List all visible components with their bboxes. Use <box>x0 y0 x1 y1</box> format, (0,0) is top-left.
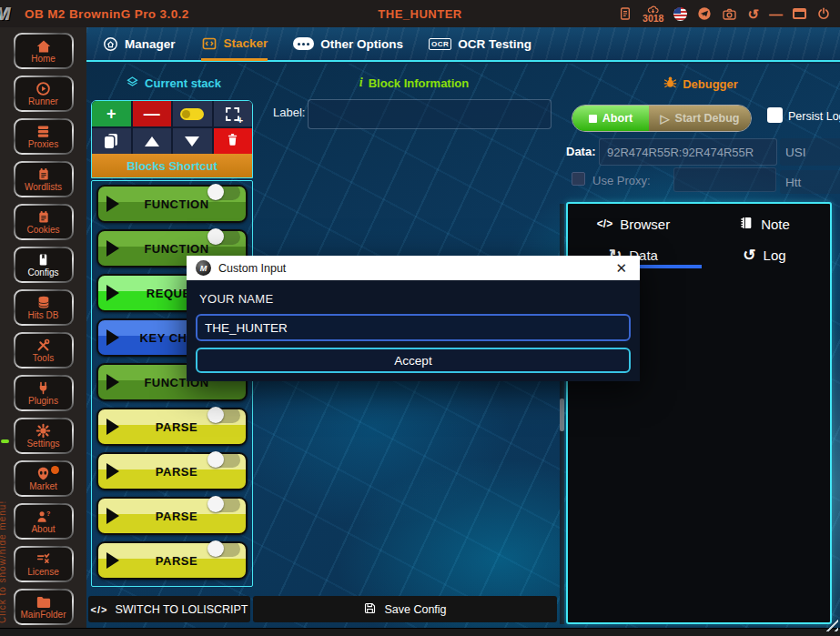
clone-block-button[interactable] <box>92 128 131 154</box>
notebook-icon <box>739 216 754 233</box>
accept-button[interactable]: Accept <box>196 348 631 373</box>
document-icon[interactable] <box>618 6 633 21</box>
downloads-count: 3018 <box>643 14 663 24</box>
delete-block-button[interactable] <box>214 128 253 154</box>
dialog-logo: M <box>196 260 211 276</box>
block-toggle[interactable] <box>208 452 240 468</box>
sidebar-item-settings[interactable]: Settings <box>14 418 74 454</box>
move-up-button[interactable] <box>133 128 172 154</box>
bottom-buttons: </> SWITCH TO LOLISCRIPT Save Config <box>88 596 557 622</box>
sidebar-item-proxies[interactable]: Proxies <box>14 118 74 155</box>
abort-button[interactable]: Abort <box>572 106 649 131</box>
home-icon <box>35 38 52 54</box>
window-bottom-edge <box>0 628 840 636</box>
block-parse[interactable]: PARSE <box>96 497 248 535</box>
sidebar-item-runner[interactable]: Runner <box>14 76 74 112</box>
block-toggle[interactable] <box>208 229 240 245</box>
active-tab-underline <box>640 265 702 268</box>
save-config-button[interactable]: Save Config <box>253 596 557 622</box>
proxy-type-select[interactable]: Htt <box>780 170 840 194</box>
alien-icon <box>35 466 51 481</box>
block-label-caption: Label: <box>273 106 305 119</box>
dialog-titlebar: M Custom Input ✕ <box>187 256 640 280</box>
current-stack-header: Current stack <box>94 76 253 91</box>
select-icon: + <box>226 107 239 121</box>
bug-icon <box>663 76 677 92</box>
use-proxy-checkbox[interactable] <box>572 172 585 186</box>
wordlist-type-select[interactable]: USI <box>780 138 840 166</box>
play-icon <box>106 463 119 480</box>
sidebar-item-cookies[interactable]: Cookies <box>14 204 74 240</box>
sidebar-item-hitsdb[interactable]: Hits DB <box>14 289 74 326</box>
start-debug-button[interactable]: ▷ Start Debug <box>649 106 751 131</box>
persist-log-checkbox[interactable] <box>767 107 783 123</box>
tab-browser[interactable]: </> Browser <box>568 208 699 239</box>
arrow-down-icon <box>185 136 199 146</box>
journal-icon <box>36 209 51 225</box>
telegram-icon[interactable] <box>697 6 712 21</box>
tabbar: Manager Stacker Other Options OCR OCR Te… <box>86 27 840 62</box>
dialog-name-input[interactable] <box>196 314 631 341</box>
maximize-icon[interactable] <box>793 8 806 19</box>
code-icon: </> <box>91 604 108 615</box>
sidebar-item-license[interactable]: License <box>14 546 74 582</box>
move-down-button[interactable] <box>173 128 212 154</box>
toggle-block-button[interactable] <box>173 101 212 126</box>
play-circle-icon <box>35 81 51 96</box>
block-parse[interactable]: PARSE <box>96 541 248 580</box>
proxy-input[interactable] <box>673 167 776 192</box>
close-icon[interactable]: ✕ <box>612 259 631 277</box>
tab-log[interactable]: ↺ Log <box>699 239 830 270</box>
edge-indicator <box>1 439 9 443</box>
power-icon[interactable] <box>816 6 831 21</box>
scrollbar-thumb[interactable] <box>560 399 564 431</box>
data-input[interactable] <box>599 138 777 166</box>
persist-log-label: Persist Log <box>788 110 840 123</box>
history-icon[interactable]: ↺ <box>747 7 759 21</box>
language-flag-icon[interactable] <box>673 7 687 21</box>
block-function[interactable]: FUNCTION <box>96 185 248 223</box>
block-toggle[interactable] <box>208 408 240 423</box>
select-blocks-button[interactable]: + <box>214 101 253 126</box>
titlebar: M OB M2 BrowninG Pro 3.0.2 THE_HUNTER 30… <box>0 0 840 27</box>
block-toggle[interactable] <box>208 541 240 557</box>
dialog-body: YOUR NAME Accept <box>187 280 640 381</box>
blocks-shortcut-bar[interactable]: Blocks Shortcut <box>92 154 252 177</box>
tab-stacker[interactable]: Stacker <box>201 28 268 61</box>
code-box-icon <box>201 36 218 51</box>
sidebar-item-home[interactable]: Home <box>14 33 74 69</box>
checklist-icon <box>35 551 51 567</box>
custom-input-dialog: M Custom Input ✕ YOUR NAME Accept <box>187 256 640 381</box>
play-icon <box>106 240 119 257</box>
downloads-counter[interactable]: 3018 <box>643 5 663 24</box>
database-icon <box>36 295 51 310</box>
remove-block-button[interactable]: — <box>133 101 172 126</box>
tab-manager[interactable]: Manager <box>103 27 176 60</box>
user-title: THE_HUNTER <box>378 7 461 21</box>
tab-note[interactable]: Note <box>699 208 830 239</box>
edge-note[interactable]: Click to show/hide menu! <box>0 378 7 623</box>
sidebar-item-plugins[interactable]: Plugins <box>14 375 74 411</box>
app-logo: M <box>0 4 14 25</box>
trash-icon <box>226 132 239 151</box>
block-label-input[interactable] <box>308 99 552 129</box>
screenshot-icon[interactable] <box>722 7 737 21</box>
sidebar-item-tools[interactable]: Tools <box>14 332 74 368</box>
sidebar-item-wordlists[interactable]: Wordlists <box>14 161 74 197</box>
sidebar-item-market[interactable]: Market <box>14 460 74 497</box>
sidebar-item-about[interactable]: ? About <box>14 503 74 540</box>
server-icon <box>35 124 51 139</box>
tab-ocr-testing[interactable]: OCR OCR Testing <box>429 27 531 60</box>
block-toggle[interactable] <box>208 497 240 512</box>
block-toggle[interactable] <box>208 185 240 200</box>
add-block-button[interactable]: + <box>92 101 131 126</box>
switch-to-loliscript-button[interactable]: </> SWITCH TO LOLISCRIPT <box>88 596 250 622</box>
sidebar-item-mainfolder[interactable]: MainFolder <box>14 589 74 625</box>
stack-blocks-list: FUNCTION FUNCTION REQUEST KEY CHECK FUNC… <box>91 180 253 587</box>
tab-other-options[interactable]: Other Options <box>293 27 403 60</box>
block-parse[interactable]: PARSE <box>96 408 248 446</box>
sidebar-item-configs[interactable]: Configs <box>14 247 74 283</box>
folder-icon <box>35 594 52 610</box>
minimize-icon[interactable]: — <box>769 7 783 21</box>
block-parse[interactable]: PARSE <box>96 452 248 490</box>
